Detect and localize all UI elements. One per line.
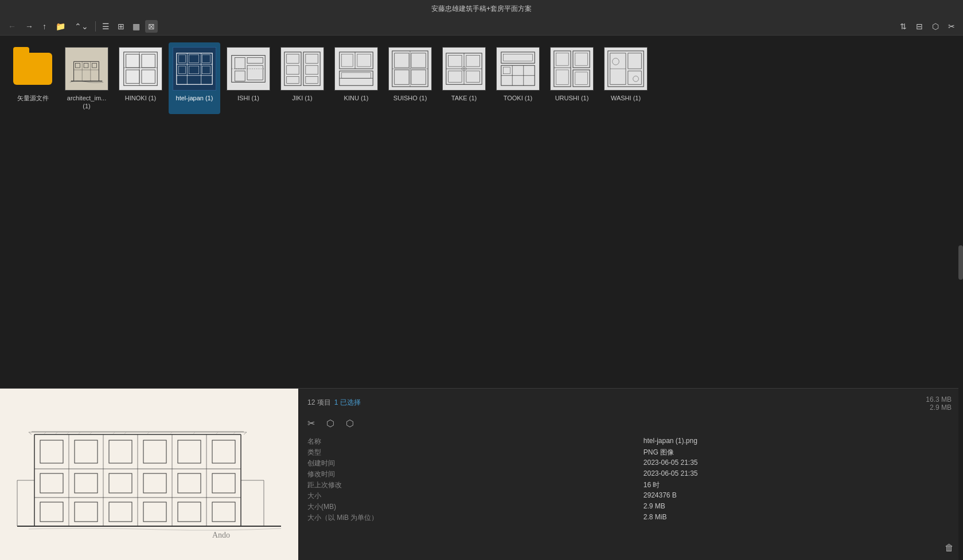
file-label-hinoki: HINOKI (1) xyxy=(125,94,156,102)
architect-sketch-svg xyxy=(65,48,108,90)
file-label-urushi: URUSHI (1) xyxy=(555,94,589,102)
file-label-washi: WASHI (1) xyxy=(611,94,641,102)
item-count: 12 项目 xyxy=(307,398,331,408)
folder-icon xyxy=(13,53,52,85)
png-thumb-take xyxy=(442,47,486,91)
view-list-button[interactable]: ☰ xyxy=(99,20,112,33)
png-thumb-hinoki xyxy=(119,47,162,91)
file-thumb-kinu xyxy=(333,46,379,92)
cut-icon[interactable]: ✂ xyxy=(307,418,315,429)
file-thumb-take xyxy=(441,46,487,92)
file-item-urushi[interactable]: URUSHI (1) xyxy=(546,42,598,114)
file-item-jiki[interactable]: JIKI (1) xyxy=(276,42,328,114)
forward-button[interactable]: → xyxy=(22,19,37,33)
size-mb-value: 2.9 MB xyxy=(644,502,954,512)
bottom-panel: Ando xyxy=(0,388,963,560)
main-area: 矢量源文件 xyxy=(0,36,963,560)
modified-label: 修改时间 xyxy=(307,469,634,479)
file-item-washi[interactable]: WASHI (1) xyxy=(600,42,652,114)
group-button[interactable]: ⊟ xyxy=(913,19,926,33)
share-info-icon[interactable]: ⬡ xyxy=(346,418,354,429)
action-button[interactable]: ✂ xyxy=(945,19,958,33)
svg-rect-80 xyxy=(551,48,593,90)
file-thumb-tooki xyxy=(495,46,541,92)
file-item-folder-yiliang[interactable]: 矢量源文件 xyxy=(7,42,59,114)
chevrons-button[interactable]: ⌃⌄ xyxy=(71,19,92,33)
urushi-svg xyxy=(551,48,593,90)
svg-rect-19 xyxy=(173,48,216,90)
svg-rect-38 xyxy=(281,48,323,90)
file-item-suisho[interactable]: SUISHO (1) xyxy=(384,42,436,114)
file-item-ishi[interactable]: ISHI (1) xyxy=(223,42,274,114)
file-item-hinoki[interactable]: HINOKI (1) xyxy=(115,42,166,114)
modified-value: 2023-06-05 21:35 xyxy=(644,469,954,479)
svg-rect-97 xyxy=(0,389,298,560)
back-button[interactable]: ← xyxy=(5,19,20,33)
delete-icon[interactable]: 🗑 xyxy=(945,543,954,553)
view-medium-button[interactable]: ▦ xyxy=(130,20,143,33)
bytes-value: 2924376 B xyxy=(644,491,954,501)
info-icon-row: ✂ ⬡ ⬡ xyxy=(307,414,954,432)
suisho-svg xyxy=(389,48,431,90)
tooki-svg xyxy=(497,48,539,90)
file-thumb-jiki xyxy=(279,46,325,92)
type-value: PNG 图像 xyxy=(644,448,954,457)
selected-count: 1 已选择 xyxy=(334,398,361,408)
file-item-take[interactable]: TAKE (1) xyxy=(438,42,490,114)
file-label-jiki: JIKI (1) xyxy=(292,94,312,102)
sort-button[interactable]: ⇅ xyxy=(896,19,910,33)
take-svg xyxy=(443,48,485,90)
file-thumb-washi xyxy=(603,46,649,92)
scrollbar[interactable] xyxy=(958,36,963,560)
folder-button[interactable]: 📁 xyxy=(52,19,69,33)
right-stats: 16.3 MB 2.9 MB xyxy=(926,395,952,412)
png-thumb-htel-japan xyxy=(173,47,216,91)
file-thumb-suisho xyxy=(387,46,433,92)
status-bar: 12 项目 1 已选择 xyxy=(307,395,954,412)
copy-icon[interactable]: ⬡ xyxy=(326,418,334,429)
share-button[interactable]: ⬡ xyxy=(929,19,942,33)
png-thumb-washi xyxy=(604,47,648,91)
total-size: 16.3 MB xyxy=(926,395,952,404)
name-value: htel-japan (1).png xyxy=(644,437,954,447)
file-thumb-architect xyxy=(64,46,110,92)
file-label-suisho: SUISHO (1) xyxy=(393,94,427,102)
file-thumb-htel-japan xyxy=(171,46,217,92)
png-thumb-ishi xyxy=(227,47,270,91)
file-item-htel-japan[interactable]: htel-japan (1) xyxy=(169,42,220,114)
png-thumb-architect xyxy=(65,47,108,91)
file-item-kinu[interactable]: KINU (1) xyxy=(330,42,382,114)
svg-rect-0 xyxy=(65,48,108,90)
file-label-take: TAKE (1) xyxy=(451,94,477,102)
file-thumb-urushi xyxy=(549,46,595,92)
scrollbar-thumb[interactable] xyxy=(958,245,963,280)
ishi-svg xyxy=(227,48,270,90)
file-item-architect[interactable]: architect_im...(1) xyxy=(61,42,112,114)
size-mib-label: 大小（以 MiB 为单位） xyxy=(307,513,634,523)
file-label-architect: architect_im...(1) xyxy=(67,94,106,111)
selected-size: 2.9 MB xyxy=(926,404,952,412)
jiki-svg xyxy=(281,48,323,90)
svg-rect-11 xyxy=(119,48,162,90)
last-opened-value: 16 时 xyxy=(644,480,954,490)
kinu-svg xyxy=(335,48,377,90)
size-mib-value: 2.8 MiB xyxy=(644,513,954,523)
view-large-button[interactable]: ⊠ xyxy=(145,20,158,33)
svg-text:Ando: Ando xyxy=(212,531,230,539)
preview-sketch-svg: Ando xyxy=(0,389,298,560)
washi-svg xyxy=(605,48,647,90)
png-thumb-urushi xyxy=(550,47,594,91)
size-mb-label: 大小(MB) xyxy=(307,502,634,512)
file-grid: 矢量源文件 xyxy=(0,36,963,388)
file-label: 矢量源文件 xyxy=(17,94,49,102)
view-details-button[interactable]: ⊞ xyxy=(115,20,127,33)
preview-area: Ando xyxy=(0,389,298,560)
png-thumb-jiki xyxy=(280,47,324,91)
file-item-tooki[interactable]: TOOKI (1) xyxy=(492,42,544,114)
file-thumb-ishi xyxy=(225,46,271,92)
file-thumb-hinoki xyxy=(118,46,163,92)
bytes-label: 大小 xyxy=(307,491,634,501)
toolbar: ← → ↑ 📁 ⌃⌄ ☰ ⊞ ▦ ⊠ ⇅ ⊟ ⬡ ✂ xyxy=(0,17,963,36)
up-button[interactable]: ↑ xyxy=(39,19,50,33)
separator-1 xyxy=(95,21,96,32)
